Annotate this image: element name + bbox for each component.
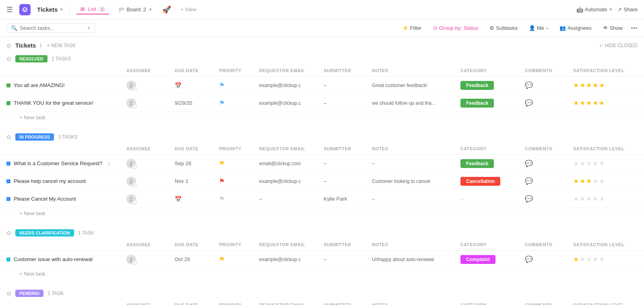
star-empty: ★ [586, 160, 592, 167]
group-by-button[interactable]: ⊙ Group by: Status [430, 23, 482, 33]
assignee-cell: + [126, 176, 175, 186]
task-row[interactable]: Customer issue with auto-renewal + Oct 2… [0, 251, 644, 268]
assignee-avatar[interactable]: + [126, 255, 136, 264]
add-assignee-icon[interactable]: + [132, 164, 137, 169]
comments-cell[interactable]: 💬 [525, 160, 573, 167]
star-empty: ★ [599, 255, 605, 263]
add-assignee-icon[interactable]: + [132, 200, 137, 205]
task-name[interactable]: Customer issue with auto-renewal [14, 256, 93, 262]
task-row[interactable]: Please Cancel My Account + 📅 ⚑ – Kylie P… [0, 190, 644, 208]
nav-title[interactable]: Tickets ▼ [37, 6, 63, 13]
section-toggle-pending[interactable]: ⊙ [6, 290, 11, 297]
show-button[interactable]: 👁 Show [600, 23, 626, 33]
task-name[interactable]: What is a Customer Service Request? [14, 160, 102, 166]
col-header-8: SATISFACTION LEVEL [573, 241, 638, 249]
comments-cell[interactable]: 💬 [525, 99, 573, 107]
due-date-cell: 📅 [175, 82, 219, 89]
task-name[interactable]: Please Cancel My Account [14, 196, 76, 202]
new-task-row-clarification[interactable]: + New task [0, 268, 644, 279]
subtasks-button[interactable]: ⚙ Subtasks [486, 23, 520, 33]
info-icon[interactable]: ℹ [40, 43, 42, 48]
comment-icon[interactable]: 💬 [525, 195, 533, 202]
me-button[interactable]: 👤 Me • [526, 23, 551, 33]
assignee-avatar[interactable]: + [126, 159, 136, 168]
automate-button[interactable]: 🤖 Automate ▼ [576, 6, 613, 13]
add-assignee-icon[interactable]: + [132, 182, 137, 187]
category-badge[interactable]: Feedback [460, 81, 494, 90]
search-box[interactable]: 🔍 ▼ [6, 23, 95, 33]
submitter-cell: Kylie Park [324, 196, 372, 202]
star-empty: ★ [586, 195, 592, 203]
task-name[interactable]: You all are AMAZING! [14, 82, 65, 88]
section-toggle-resolved[interactable]: ⊙ [6, 56, 11, 62]
assignees-button[interactable]: 👥 Assignees [556, 23, 595, 33]
priority-flag: ⚑ [219, 160, 225, 167]
comment-icon[interactable]: 💬 [525, 100, 533, 106]
star-filled: ★ [580, 81, 585, 89]
comments-cell[interactable]: 💬 [525, 255, 573, 263]
email-cell: example@clickup.c [259, 178, 324, 184]
menu-icon[interactable]: ☰ [6, 5, 13, 14]
task-row[interactable]: You all are AMAZING! + 📅 ⚑ example@click… [0, 77, 644, 94]
col-header-2: PRIORITY [219, 145, 259, 153]
email-cell: example@clickup.c [259, 100, 324, 106]
task-name[interactable]: THANK YOU for the great service! [14, 100, 93, 106]
tab-list[interactable]: List 3 [76, 4, 109, 15]
category-badge[interactable]: Cancellation [460, 177, 500, 186]
tickets-toggle[interactable]: ⊙ [6, 42, 11, 49]
comment-icon[interactable]: 💬 [525, 256, 533, 263]
search-dropdown-icon[interactable]: ▼ [87, 26, 91, 31]
comments-cell[interactable]: 💬 [525, 195, 573, 203]
add-view-button[interactable]: + View [178, 5, 200, 14]
share-button[interactable]: ↗ Share [617, 6, 638, 12]
filter-button[interactable]: ⚡ Filter [399, 23, 425, 33]
top-nav: ☰ Tickets ▼ List 3 Board 2 ▼ 🚀 + View 🤖 … [0, 0, 644, 19]
section-toggle-inprogress[interactable]: ⊙ [6, 134, 11, 140]
col-header-0: ASSIGNEE [126, 301, 175, 305]
tab-board[interactable]: Board 2 ▼ [116, 5, 156, 14]
comment-icon[interactable]: 💬 [525, 178, 533, 185]
rocket-icon[interactable]: 🚀 [162, 5, 171, 14]
svg-rect-6 [123, 8, 124, 10]
comment-icon[interactable]: 💬 [525, 160, 533, 167]
comments-cell[interactable]: 💬 [525, 177, 573, 185]
stars-cell: ★★★★★ [573, 99, 638, 107]
add-assignee-icon[interactable]: + [132, 104, 137, 109]
new-task-row-resolved[interactable]: + New task [0, 112, 644, 123]
comments-cell[interactable]: 💬 [525, 81, 573, 89]
hide-closed-button[interactable]: ✓ HIDE CLOSED [599, 43, 638, 48]
tasks-table: ⊙ RESOLVED 2 TASKS ASSIGNEEDUE DATEPRIOR… [0, 51, 644, 305]
star-empty: ★ [592, 160, 598, 167]
calendar-icon: 📅 [175, 82, 182, 89]
section-toggle-clarification[interactable]: ⊙ [6, 230, 11, 236]
category-badge[interactable]: Feedback [460, 159, 494, 168]
drag-handle[interactable]: ≡ [107, 161, 110, 166]
task-row[interactable]: What is a Customer Service Request? ≡ + … [0, 155, 644, 172]
assignee-avatar[interactable]: + [126, 98, 136, 108]
category-badge[interactable]: Feedback [460, 99, 494, 108]
automate-chevron-icon: ▼ [609, 7, 613, 12]
add-assignee-icon[interactable]: + [132, 260, 137, 265]
calendar-icon: 📅 [175, 196, 182, 202]
new-task-row-inprogress[interactable]: + New task [0, 208, 644, 219]
task-row[interactable]: Please help cancel my account + Nov 1 ⚑ … [0, 172, 644, 190]
assignee-avatar[interactable]: + [126, 194, 136, 204]
new-task-header-button[interactable]: + NEW TASK [47, 43, 76, 48]
assignee-avatar[interactable]: + [126, 81, 136, 90]
assignee-avatar[interactable]: + [126, 176, 136, 186]
task-name[interactable]: Please help cancel my account [14, 178, 86, 184]
star-filled: ★ [592, 99, 598, 107]
col-header-5: NOTES [372, 145, 460, 153]
add-assignee-icon[interactable]: + [132, 86, 137, 91]
submitter-cell: – [324, 160, 372, 166]
more-options-button[interactable]: ••• [631, 25, 638, 32]
category-badge[interactable]: Complaint [460, 255, 495, 264]
email-cell: – [259, 196, 324, 202]
section-count-resolved: 2 TASKS [52, 56, 71, 62]
stars-cell: ★★★★★ [573, 255, 638, 263]
comment-icon[interactable]: 💬 [525, 82, 533, 89]
task-row[interactable]: THANK YOU for the great service! + 9/29/… [0, 94, 644, 112]
board-dropdown-icon[interactable]: ▼ [149, 7, 153, 12]
col-header-3: REQUESTOR EMAIL [259, 145, 324, 153]
search-input[interactable] [20, 25, 84, 31]
